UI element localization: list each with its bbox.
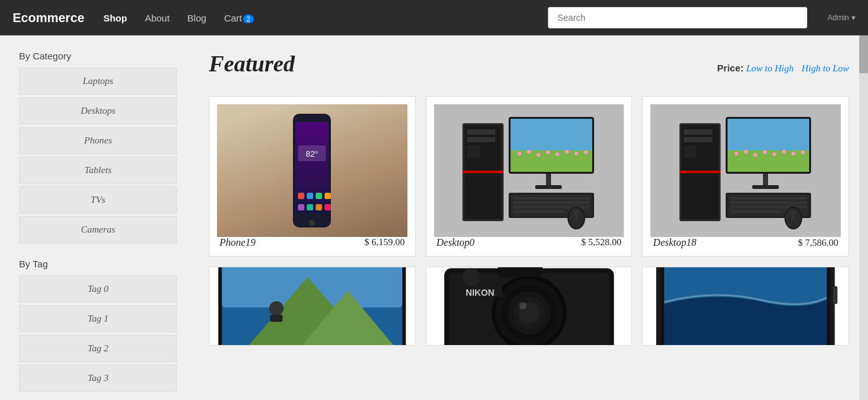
main-layout: By Category Laptops Desktops Phones Tabl… bbox=[0, 35, 868, 400]
svg-rect-23 bbox=[511, 150, 592, 172]
category-link-desktops[interactable]: Desktops bbox=[20, 98, 177, 124]
category-link-tvs[interactable]: TVs bbox=[20, 187, 177, 213]
svg-rect-17 bbox=[467, 130, 495, 135]
svg-rect-32 bbox=[546, 174, 551, 186]
svg-rect-10 bbox=[298, 204, 304, 210]
search-input[interactable] bbox=[548, 7, 807, 28]
product-image-desktop18 bbox=[650, 104, 841, 237]
category-item-cameras[interactable]: Cameras bbox=[19, 216, 177, 243]
svg-rect-63 bbox=[752, 185, 779, 189]
product-info-desktop0: Desktop0 $ 5,528.00 bbox=[434, 237, 624, 248]
svg-rect-19 bbox=[467, 145, 480, 158]
svg-rect-16 bbox=[462, 171, 504, 173]
product-grid: 82° bbox=[209, 96, 849, 346]
price-sort: Price: Low to High High to Low bbox=[717, 63, 849, 74]
price-low-to-high-link[interactable]: Low to High bbox=[746, 63, 793, 73]
svg-point-61 bbox=[801, 150, 805, 154]
tag-link-1[interactable]: Tag 1 bbox=[20, 306, 177, 332]
svg-rect-13 bbox=[325, 204, 331, 210]
category-item-tablets[interactable]: Tablets bbox=[19, 157, 177, 184]
scrollbar-thumb[interactable] bbox=[859, 35, 868, 73]
svg-rect-48 bbox=[684, 137, 712, 142]
brand-logo[interactable]: Ecommerce bbox=[13, 11, 84, 25]
svg-rect-33 bbox=[535, 185, 562, 189]
price-label: Price: bbox=[717, 63, 744, 73]
search-container bbox=[548, 7, 807, 28]
svg-rect-18 bbox=[467, 137, 495, 142]
svg-point-91 bbox=[462, 269, 480, 286]
nav-shop[interactable]: Shop bbox=[99, 10, 131, 26]
svg-rect-90 bbox=[498, 267, 543, 277]
product-name-desktop0: Desktop0 bbox=[437, 237, 474, 248]
admin-chevron-icon: ▾ bbox=[852, 13, 855, 22]
svg-point-29 bbox=[565, 150, 569, 154]
svg-rect-53 bbox=[728, 150, 809, 172]
svg-point-31 bbox=[584, 150, 588, 154]
cart-badge: 2 bbox=[243, 15, 253, 23]
svg-point-25 bbox=[527, 150, 531, 154]
product-card-desktop0[interactable]: Desktop0 $ 5,528.00 bbox=[426, 96, 633, 257]
product-name-phone19: Phone19 bbox=[220, 237, 256, 248]
nav-cart[interactable]: Cart2 bbox=[220, 10, 257, 26]
category-item-phones[interactable]: Phones bbox=[19, 127, 177, 154]
svg-rect-80 bbox=[270, 315, 283, 322]
category-link-tablets[interactable]: Tablets bbox=[20, 157, 177, 183]
tag-link-0[interactable]: Tag 0 bbox=[20, 276, 177, 302]
product-card-camera[interactable]: NIKON bbox=[426, 267, 633, 346]
category-link-laptops[interactable]: Laptops bbox=[20, 68, 177, 94]
svg-rect-39 bbox=[513, 210, 564, 213]
svg-rect-22 bbox=[511, 119, 592, 150]
svg-point-60 bbox=[791, 152, 795, 155]
category-link-cameras[interactable]: Cameras bbox=[20, 217, 177, 243]
sidebar: By Category Laptops Desktops Phones Tabl… bbox=[0, 35, 190, 400]
svg-rect-47 bbox=[684, 130, 712, 135]
svg-point-79 bbox=[270, 301, 284, 316]
svg-rect-9 bbox=[325, 193, 331, 199]
featured-title: Featured bbox=[209, 51, 295, 77]
product-info-desktop18: Desktop18 $ 7,586.00 bbox=[650, 237, 841, 248]
category-item-desktops[interactable]: Desktops bbox=[19, 97, 177, 124]
svg-rect-46 bbox=[679, 171, 721, 173]
category-link-phones[interactable]: Phones bbox=[20, 128, 177, 154]
nav-blog[interactable]: Blog bbox=[183, 10, 210, 26]
admin-dropdown[interactable]: Admin ▾ bbox=[828, 13, 855, 22]
main-content: Featured Price: Low to High High to Low bbox=[190, 35, 868, 400]
product-card-desktop18[interactable]: Desktop18 $ 7,586.00 bbox=[642, 96, 849, 257]
product-card-phone19[interactable]: 82° bbox=[209, 96, 416, 257]
svg-point-28 bbox=[555, 152, 559, 156]
svg-rect-37 bbox=[513, 201, 590, 204]
svg-rect-7 bbox=[307, 193, 313, 199]
svg-rect-69 bbox=[730, 210, 781, 213]
svg-rect-12 bbox=[316, 204, 322, 210]
svg-point-57 bbox=[763, 150, 767, 154]
product-info-phone19: Phone19 $ 6,159.00 bbox=[217, 237, 407, 248]
cart-label: Cart bbox=[224, 13, 242, 23]
tag-list: Tag 0 Tag 1 Tag 2 Tag 3 bbox=[19, 276, 177, 392]
svg-rect-66 bbox=[730, 197, 807, 200]
tag-item-3[interactable]: Tag 3 bbox=[19, 365, 177, 392]
tag-link-3[interactable]: Tag 3 bbox=[20, 365, 177, 391]
svg-point-58 bbox=[772, 152, 776, 156]
product-price-desktop18: $ 7,586.00 bbox=[798, 238, 838, 248]
svg-point-56 bbox=[753, 153, 757, 157]
product-image-desktop0 bbox=[434, 104, 624, 237]
category-item-tvs[interactable]: TVs bbox=[19, 186, 177, 214]
svg-point-27 bbox=[546, 150, 550, 154]
by-tag-title: By Tag bbox=[19, 258, 177, 269]
product-card-tv[interactable] bbox=[209, 267, 416, 346]
tag-item-1[interactable]: Tag 1 bbox=[19, 305, 177, 332]
category-item-laptops[interactable]: Laptops bbox=[19, 68, 177, 95]
scrollbar-track[interactable] bbox=[859, 35, 868, 400]
product-card-tablet[interactable] bbox=[642, 267, 849, 346]
tag-link-2[interactable]: Tag 2 bbox=[20, 336, 177, 361]
svg-rect-98 bbox=[833, 286, 838, 304]
svg-rect-8 bbox=[316, 193, 322, 199]
product-name-desktop18: Desktop18 bbox=[653, 237, 696, 248]
nav-about[interactable]: About bbox=[141, 10, 173, 26]
svg-text:82°: 82° bbox=[306, 149, 318, 159]
price-high-to-low-link[interactable]: High to Low bbox=[802, 63, 849, 73]
svg-rect-36 bbox=[513, 197, 590, 200]
tag-item-0[interactable]: Tag 0 bbox=[19, 276, 177, 303]
tag-item-2[interactable]: Tag 2 bbox=[19, 335, 177, 362]
svg-rect-2 bbox=[295, 122, 328, 214]
